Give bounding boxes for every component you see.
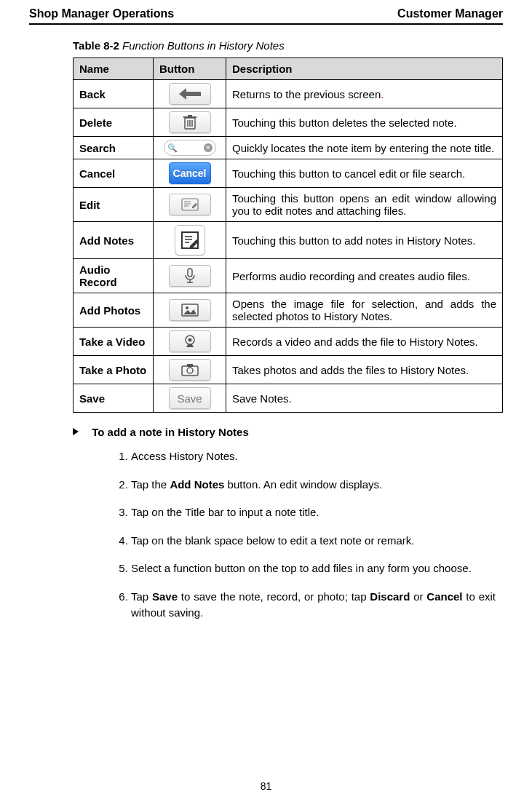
- row-desc: Save Notes.: [226, 384, 503, 413]
- row-desc: Quickly locates the note item by enterin…: [226, 137, 503, 159]
- svg-rect-4: [183, 116, 196, 118]
- row-desc: Records a video and adds the file to His…: [226, 328, 503, 356]
- svg-point-18: [186, 306, 188, 309]
- row-name: Add Notes: [74, 222, 154, 259]
- row-name: Edit: [74, 188, 154, 222]
- table-row: Audio Record Performs audio recording an…: [74, 259, 503, 293]
- clear-icon: ✕: [204, 143, 213, 152]
- row-name: Search: [74, 137, 154, 159]
- picture-icon: [169, 299, 211, 321]
- procedure-steps: Access History Notes. Tap the Add Notes …: [73, 448, 503, 622]
- th-button: Button: [154, 58, 226, 80]
- table-row: Cancel Cancel Touching this button to ca…: [74, 159, 503, 188]
- table-caption: Table 8-2 Function Buttons in History No…: [73, 39, 503, 52]
- svg-rect-14: [188, 269, 192, 277]
- step: Tap Save to save the note, record, or ph…: [131, 589, 503, 622]
- procedure-title: To add a note in History Notes: [92, 426, 249, 438]
- header-left: Shop Manager Operations: [29, 7, 174, 20]
- step: Select a function button on the top to a…: [131, 560, 503, 577]
- step: Tap on the blank space below to edit a t…: [131, 533, 503, 550]
- row-name: Audio Record: [74, 259, 154, 293]
- row-desc: Touching this button to add notes in His…: [226, 222, 503, 259]
- step: Tap the Add Notes button. An edit window…: [131, 477, 503, 493]
- caption-title: Function Buttons in History Notes: [122, 39, 285, 52]
- step: Access History Notes.: [131, 448, 503, 465]
- header-right: Customer Manager: [397, 7, 503, 20]
- svg-rect-5: [188, 115, 192, 116]
- page-header: Shop Manager Operations Customer Manager: [29, 7, 503, 25]
- row-desc: Touching this button opens an edit windo…: [226, 188, 503, 222]
- svg-point-20: [188, 338, 191, 342]
- svg-rect-22: [187, 364, 193, 367]
- row-name: Save: [74, 384, 154, 413]
- microphone-icon: [169, 265, 211, 287]
- table-row: Take a Photo Takes photos and adds the f…: [74, 356, 503, 384]
- table-row: Add Photos Opens the image file for sele…: [74, 293, 503, 328]
- th-description: Description: [226, 58, 503, 80]
- save-button-icon: Save: [169, 387, 211, 409]
- caption-number: Table 8-2: [73, 39, 119, 52]
- row-desc: Takes photos and adds the files to Histo…: [226, 356, 503, 384]
- procedure: To add a note in History Notes Access Hi…: [73, 426, 503, 622]
- step: Tap on the Title bar to input a note tit…: [131, 504, 503, 521]
- function-buttons-table: Name Button Description Back Returns to …: [73, 58, 503, 413]
- row-desc: Touching this button to cancel edit or f…: [226, 159, 503, 188]
- table-row: Take a Video Records a video and adds th…: [74, 328, 503, 356]
- search-box-icon: 🔍 ✕: [164, 140, 216, 156]
- edit-note-icon: [169, 194, 211, 215]
- trash-icon: [169, 111, 211, 133]
- row-desc: Returns to the previous screen.: [226, 80, 503, 108]
- row-name: Take a Photo: [74, 356, 154, 384]
- row-desc: Touching this button deletes the selecte…: [226, 108, 503, 137]
- svg-rect-10: [182, 232, 198, 248]
- proc-arrow-icon: [73, 428, 79, 435]
- row-name: Cancel: [74, 159, 154, 188]
- add-notes-icon: [175, 225, 205, 255]
- row-desc: Opens the image file for selection, and …: [226, 293, 503, 328]
- magnifier-icon: 🔍: [167, 143, 178, 153]
- row-name: Take a Video: [74, 328, 154, 356]
- th-name: Name: [74, 58, 154, 80]
- table-row: Save Save Save Notes.: [74, 384, 503, 413]
- table-row: Delete Touching this button deletes the …: [74, 108, 503, 137]
- table-row: Edit Touching this button opens an edit …: [74, 188, 503, 222]
- table-row: Back Returns to the previous screen.: [74, 80, 503, 108]
- row-name: Back: [74, 80, 154, 108]
- row-desc: Performs audio recording and creates aud…: [226, 259, 503, 293]
- table-row: Search 🔍 ✕ Quickly locates the note item…: [74, 137, 503, 159]
- cancel-button-icon: Cancel: [169, 162, 211, 184]
- camera-icon: [169, 359, 211, 381]
- back-arrow-icon: [169, 83, 211, 105]
- svg-point-23: [187, 368, 193, 373]
- row-name: Delete: [74, 108, 154, 137]
- page-number: 81: [0, 780, 532, 792]
- table-row: Add Notes Touching this button to add no…: [74, 222, 503, 259]
- webcam-icon: [169, 330, 211, 352]
- row-name: Add Photos: [74, 293, 154, 328]
